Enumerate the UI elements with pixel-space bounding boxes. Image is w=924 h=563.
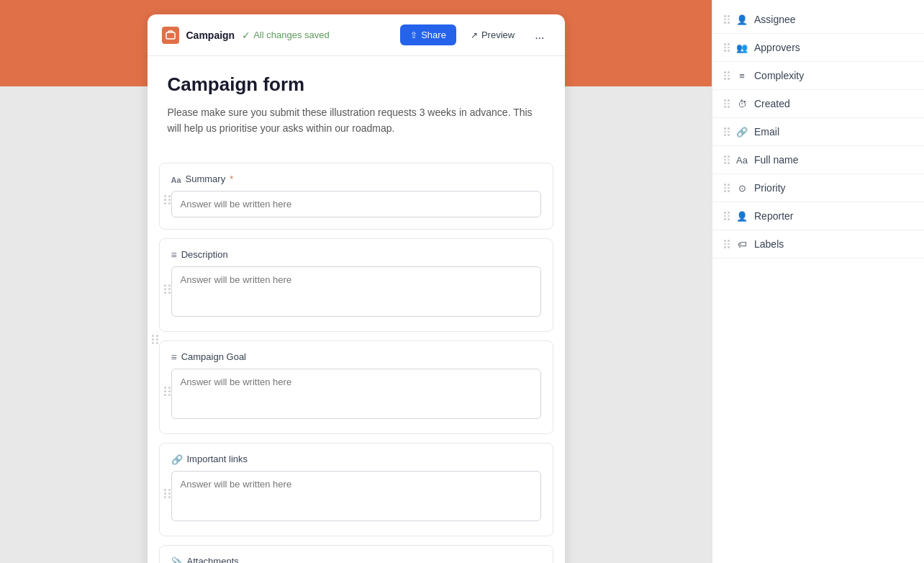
form-description: Please make sure you submit these illust…	[168, 104, 545, 137]
sidebar-item-priority[interactable]: ⊙Priority	[712, 174, 924, 202]
required-indicator: *	[230, 174, 233, 184]
important-links-input[interactable]	[171, 471, 541, 521]
attachments-drag-handle[interactable]	[152, 335, 159, 344]
sidebar-drag-labels	[724, 240, 730, 248]
sidebar-label-assignee: Assignee	[754, 14, 796, 25]
sidebar-label-complexity: Complexity	[754, 70, 804, 81]
sidebar-item-created[interactable]: ⏱Created	[712, 90, 924, 118]
sidebar-drag-complexity	[724, 71, 730, 80]
form-container: Campaign ✓ All changes saved ⇧ Share ↗ P…	[148, 14, 565, 563]
sidebar-label-created: Created	[754, 98, 790, 109]
summary-section: Summary*	[159, 163, 553, 230]
right-sidebar: 👤Assignee👥Approvers≡Complexity⏱Created🔗E…	[712, 0, 924, 563]
sidebar-drag-email	[724, 127, 730, 136]
sidebar-item-labels[interactable]: 🏷Labels	[712, 230, 924, 258]
share-button[interactable]: ⇧ Share	[400, 24, 456, 45]
description-section: Description	[159, 238, 553, 332]
campaign-goal-input[interactable]	[171, 369, 541, 419]
attachments-field-label: Attachments	[187, 556, 239, 563]
created-icon: ⏱	[735, 97, 748, 110]
sidebar-label-full-name: Full name	[754, 154, 798, 166]
important-links-section: Important links	[159, 443, 553, 536]
campaign-goal-label: Campaign Goal	[171, 351, 541, 363]
complexity-icon: ≡	[735, 69, 748, 82]
sidebar-item-assignee[interactable]: 👤Assignee	[712, 6, 924, 34]
more-options-button[interactable]: ...	[529, 26, 550, 45]
description-drag-handle[interactable]	[164, 284, 171, 294]
form-title: Campaign form	[168, 73, 545, 96]
sidebar-label-approvers: Approvers	[754, 42, 800, 53]
sidebar-item-full-name[interactable]: AaFull name	[712, 146, 924, 174]
approvers-icon: 👥	[735, 41, 748, 54]
preview-button[interactable]: ↗ Preview	[462, 24, 523, 45]
description-input[interactable]	[171, 266, 541, 317]
sidebar-item-reporter[interactable]: 👤Reporter	[712, 202, 924, 230]
attachments-label: Attachments	[171, 556, 541, 563]
saved-status: ✓ All changes saved	[242, 30, 393, 41]
description-icon	[171, 249, 177, 261]
form-header-bar: Campaign ✓ All changes saved ⇧ Share ↗ P…	[148, 14, 565, 56]
share-icon: ⇧	[410, 30, 417, 40]
description-field-label: Description	[181, 249, 228, 260]
form-name-label: Campaign	[186, 30, 235, 41]
description-label: Description	[171, 249, 541, 261]
sidebar-drag-reporter	[724, 212, 730, 220]
sidebar-drag-assignee	[724, 15, 730, 24]
main-content-area: Campaign ✓ All changes saved ⇧ Share ↗ P…	[0, 0, 712, 563]
sidebar-drag-priority	[724, 184, 730, 192]
text-icon	[171, 174, 181, 185]
important-links-label: Important links	[171, 454, 541, 465]
sidebar-label-priority: Priority	[754, 182, 786, 194]
important-links-drag-handle[interactable]	[164, 489, 171, 498]
sidebar-item-email[interactable]: 🔗Email	[712, 118, 924, 146]
sidebar-label-labels: Labels	[754, 238, 784, 250]
saved-status-text: All changes saved	[253, 30, 330, 40]
svg-rect-0	[166, 32, 175, 39]
share-label: Share	[421, 30, 446, 40]
summary-label: Summary*	[171, 174, 541, 185]
attach-icon	[171, 556, 183, 563]
campaign-goal-drag-handle[interactable]	[164, 387, 171, 396]
sidebar-drag-approvers	[724, 43, 730, 52]
email-icon: 🔗	[735, 125, 748, 138]
summary-drag-handle[interactable]	[164, 195, 171, 204]
important-links-field-label: Important links	[187, 454, 248, 464]
sidebar-item-approvers[interactable]: 👥Approvers	[712, 34, 924, 62]
header-actions: ⇧ Share ↗ Preview ...	[400, 24, 550, 45]
summary-input[interactable]	[171, 191, 541, 217]
form-sections: Summary* Description	[148, 163, 565, 563]
reporter-icon: 👤	[735, 210, 748, 222]
sidebar-label-email: Email	[754, 126, 779, 138]
campaign-goal-field-label: Campaign Goal	[181, 351, 246, 362]
preview-label: Preview	[481, 30, 515, 40]
fullname-icon: Aa	[735, 153, 748, 166]
form-body: Campaign form Please make sure you submi…	[148, 56, 565, 154]
priority-icon: ⊙	[735, 181, 748, 194]
attachments-section: Attachments ⬆ Attachments will be upload…	[159, 545, 553, 563]
campaign-goal-icon	[171, 351, 177, 363]
sidebar-drag-full-name	[724, 156, 730, 164]
preview-icon: ↗	[471, 30, 478, 40]
sidebar-label-reporter: Reporter	[754, 210, 793, 222]
sidebar-item-complexity[interactable]: ≡Complexity	[712, 62, 924, 90]
summary-field-label: Summary	[186, 174, 226, 184]
sidebar-drag-created	[724, 99, 730, 108]
campaign-goal-section: Campaign Goal	[159, 341, 553, 434]
brand-icon	[162, 27, 179, 44]
labels-icon: 🏷	[735, 238, 748, 251]
assignee-icon: 👤	[735, 13, 748, 26]
check-icon: ✓	[242, 30, 250, 41]
link-icon	[171, 454, 183, 465]
